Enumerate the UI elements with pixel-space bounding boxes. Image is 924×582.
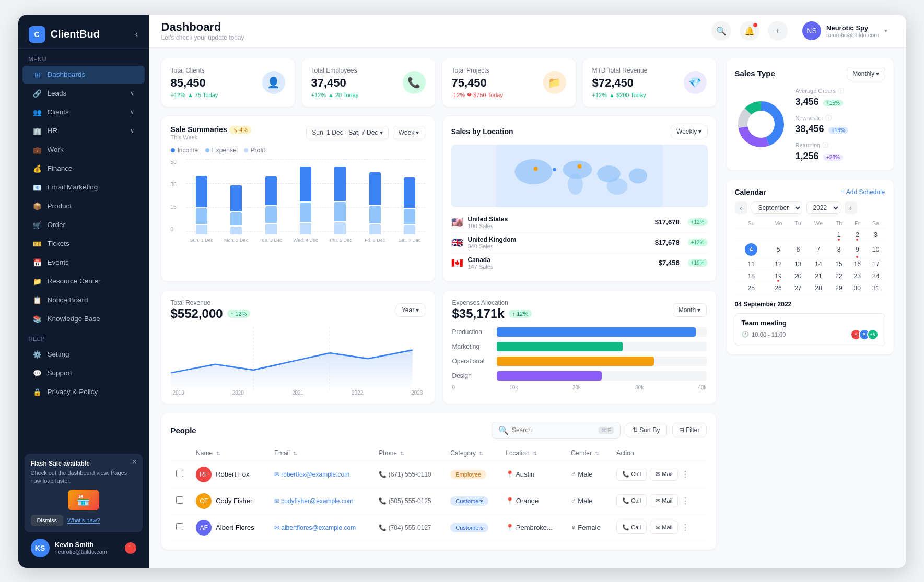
call-button[interactable]: 📞 Call (616, 468, 647, 481)
row-checkbox[interactable] (176, 470, 183, 477)
people-title: People (171, 426, 196, 435)
cal-day[interactable]: 2 (848, 229, 867, 241)
sidebar-item-email-marketing[interactable]: 📧 Email Marketing (22, 179, 145, 196)
cal-day[interactable]: 25 (735, 282, 768, 294)
cal-day[interactable]: 28 (807, 282, 829, 294)
cal-day[interactable] (789, 229, 807, 241)
col-email[interactable]: Email ⇅ (269, 445, 373, 461)
sidebar-item-leads[interactable]: 🔗 Leads ∨ (22, 85, 145, 102)
date-range-dropdown[interactable]: Sun, 1 Dec - Sat, 7 Dec ▾ (306, 126, 388, 139)
dismiss-button[interactable]: Dismiss (31, 515, 64, 526)
cal-day[interactable]: 11 (735, 258, 768, 270)
cal-day[interactable]: 19 (768, 270, 789, 282)
cal-day[interactable]: 21 (807, 270, 829, 282)
call-button[interactable]: 📞 Call (616, 521, 647, 534)
email-link[interactable]: ✉ codyfisher@example.com (274, 497, 354, 505)
search-box[interactable]: 🔍 ⌘ F (492, 422, 621, 439)
sidebar-item-events[interactable]: 📅 Events (22, 254, 145, 271)
email-link[interactable]: ✉ albertflores@example.com (274, 524, 356, 531)
cal-day[interactable]: 1 (829, 229, 848, 241)
sidebar-item-resource-center[interactable]: 📁 Resource Center (22, 272, 145, 290)
sidebar-item-finance[interactable]: 💰 Finance (22, 160, 145, 177)
cal-day[interactable]: 18 (735, 270, 768, 282)
sidebar-item-order[interactable]: 🛒 Order (22, 216, 145, 234)
cal-day[interactable]: 13 (789, 258, 807, 270)
flash-close-btn[interactable]: ✕ (132, 458, 137, 466)
filter-button[interactable]: ⊟ Filter (672, 423, 707, 437)
sidebar-item-clients[interactable]: 👥 Clients ∨ (22, 103, 145, 121)
sidebar-item-support[interactable]: 💬 Support (22, 364, 145, 382)
sidebar-collapse-btn[interactable]: ‹ (135, 29, 138, 40)
cal-day[interactable]: 8 (829, 241, 848, 258)
cal-day[interactable]: 5 (768, 241, 789, 258)
col-phone[interactable]: Phone ⇅ (373, 445, 445, 461)
topbar-user[interactable]: NS Neurotic Spy neurotic@taildo.com ▾ (796, 18, 893, 43)
cal-day[interactable]: 23 (848, 270, 867, 282)
revenue-period-dropdown[interactable]: Year ▾ (396, 303, 425, 317)
whats-new-button[interactable]: What's new? (67, 515, 100, 526)
country-info: United Kingdom 340 Sales (468, 236, 650, 250)
mail-button[interactable]: ✉ Mail (650, 494, 678, 507)
cal-day[interactable]: 12 (768, 258, 789, 270)
sidebar-item-setting[interactable]: ⚙️ Setting (22, 346, 145, 363)
search-icon-btn[interactable]: 🔍 (711, 21, 731, 41)
add-icon-btn[interactable]: ＋ (768, 21, 788, 41)
col-name[interactable]: Name ⇅ (191, 445, 269, 461)
sidebar-item-knowledge-base[interactable]: 📚 Knowledge Base (22, 310, 145, 328)
more-button[interactable]: ⋮ (681, 522, 689, 532)
cal-day[interactable]: 7 (807, 241, 829, 258)
period-dropdown[interactable]: Week ▾ (393, 126, 425, 139)
cal-day[interactable]: 3 (867, 229, 885, 241)
search-input[interactable] (512, 426, 595, 434)
cal-day[interactable] (768, 229, 789, 241)
expenses-card: Expenses Allocation $35,171k ↑ 12% Month… (443, 291, 716, 404)
expenses-period-dropdown[interactable]: Month ▾ (673, 303, 707, 317)
cal-day[interactable]: 16 (848, 258, 867, 270)
sidebar-item-notice-board[interactable]: 📋 Notice Board (22, 291, 145, 309)
mail-button[interactable]: ✉ Mail (650, 521, 678, 534)
cal-day[interactable] (735, 229, 768, 241)
more-button[interactable]: ⋮ (681, 469, 689, 479)
cal-day[interactable]: 20 (789, 270, 807, 282)
cal-day[interactable]: 4 (735, 241, 768, 258)
col-gender[interactable]: Gender ⇅ (566, 445, 611, 461)
email-link[interactable]: ✉ robertfox@example.com (274, 471, 349, 478)
col-location[interactable]: Location ⇅ (500, 445, 566, 461)
cal-day[interactable] (807, 229, 829, 241)
sidebar-item-work[interactable]: 💼 Work (22, 141, 145, 159)
more-button[interactable]: ⋮ (681, 496, 689, 506)
sort-by-button[interactable]: ⇅ Sort By (626, 423, 667, 437)
cal-day[interactable]: 24 (867, 270, 885, 282)
sidebar-item-product[interactable]: 📦 Product (22, 197, 145, 215)
location-period-dropdown[interactable]: Weekly ▾ (671, 125, 707, 138)
next-month-button[interactable]: › (845, 201, 857, 214)
sidebar-item-privacy[interactable]: 🔒 Privacy & Policy (22, 383, 145, 401)
row-checkbox[interactable] (176, 523, 183, 530)
cal-day[interactable]: 26 (768, 282, 789, 294)
cal-day[interactable]: 29 (829, 282, 848, 294)
year-select[interactable]: 2022 (806, 201, 840, 214)
cal-day[interactable]: 10 (867, 241, 885, 258)
cal-day[interactable]: 17 (867, 258, 885, 270)
cal-day[interactable]: 30 (848, 282, 867, 294)
cal-day[interactable]: 27 (789, 282, 807, 294)
sales-type-period-dropdown[interactable]: Monthly ▾ (847, 67, 885, 80)
cal-day[interactable]: 9 (848, 241, 867, 258)
add-schedule-button[interactable]: + Add Schedule (841, 188, 885, 196)
svg-point-7 (533, 167, 537, 171)
cal-day[interactable]: 6 (789, 241, 807, 258)
call-button[interactable]: 📞 Call (616, 494, 647, 507)
sidebar-item-tickets[interactable]: 🎫 Tickets (22, 235, 145, 253)
cal-day[interactable]: 15 (829, 258, 848, 270)
cal-day[interactable]: 14 (807, 258, 829, 270)
col-category[interactable]: Category ⇅ (445, 445, 500, 461)
notification-icon-btn[interactable]: 🔔 (740, 21, 759, 41)
sidebar-item-dashboards[interactable]: ⊞ Dashboards (22, 66, 145, 84)
cal-day[interactable]: 31 (867, 282, 885, 294)
mail-button[interactable]: ✉ Mail (650, 468, 678, 481)
prev-month-button[interactable]: ‹ (735, 201, 747, 214)
sidebar-item-hr[interactable]: 🏢 HR ∨ (22, 122, 145, 140)
cal-day[interactable]: 22 (829, 270, 848, 282)
row-checkbox[interactable] (176, 496, 183, 504)
month-select[interactable]: September (752, 201, 802, 214)
